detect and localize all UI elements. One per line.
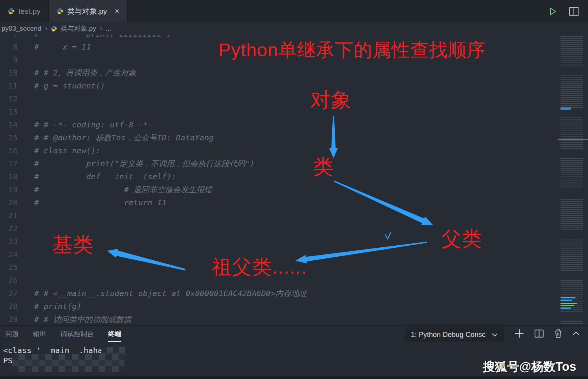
split-terminal-button[interactable] xyxy=(535,329,544,338)
line-number: 28 xyxy=(0,300,18,313)
line-number: 21 xyxy=(0,209,18,222)
python-icon xyxy=(57,8,63,15)
code-line[interactable]: 12 xyxy=(0,92,588,105)
code-text: # return 11 xyxy=(18,196,167,209)
line-number: 16 xyxy=(0,144,18,157)
code-text xyxy=(18,53,34,66)
line-number: 24 xyxy=(0,248,18,261)
code-editor[interactable]: 7# print('zzzzzzzzz')8# x = 11910# # 2、再… xyxy=(0,35,588,326)
window-edge xyxy=(0,376,588,379)
watermark: 搜狐号@杨数Tos xyxy=(483,359,576,375)
code-line[interactable]: 27# # <__main__.student object at 0x0000… xyxy=(0,287,588,300)
code-text: # # 2、再调用类，产生对象 xyxy=(18,66,136,79)
breadcrumb-folder[interactable]: py03_secend xyxy=(2,25,41,33)
breadcrumb: py03_secend › 类与对象.py › ... xyxy=(0,22,588,35)
maximize-panel-button[interactable] xyxy=(573,331,579,335)
terminal-selector-value: 1: Python Debug Consc xyxy=(411,331,485,339)
code-line[interactable]: 14# # -*- coding: utf-8 -*- xyxy=(0,118,588,131)
code-text: # # @author: 杨数Tos，公众号ID: DataYang xyxy=(18,131,214,144)
minimap-mark xyxy=(561,305,574,306)
line-number: 14 xyxy=(0,118,18,131)
code-text xyxy=(18,222,34,235)
split-editor-icon[interactable] xyxy=(569,7,579,16)
code-text: # # <__main__.student object at 0x000001… xyxy=(18,287,307,300)
minimap[interactable] xyxy=(558,35,588,326)
code-text: # class new(): xyxy=(18,144,101,157)
minimap-mark xyxy=(561,307,571,309)
code-line[interactable]: 20# return 11 xyxy=(0,196,588,209)
chevron-down-icon xyxy=(492,333,498,337)
kill-terminal-button[interactable] xyxy=(554,329,562,338)
code-line[interactable]: 21 xyxy=(0,209,588,222)
censored-mosaic xyxy=(12,354,125,372)
panel-tab-终端[interactable]: 终端 xyxy=(108,329,121,342)
line-number: 18 xyxy=(0,170,18,183)
code-line[interactable]: 29# # 访问类中的功能或数据 xyxy=(0,313,588,326)
line-number: 17 xyxy=(0,157,18,170)
code-line[interactable]: 22 xyxy=(0,222,588,235)
chevron-up-icon xyxy=(573,331,579,335)
code-line[interactable]: 18# def __init__(self): xyxy=(0,170,588,183)
code-line[interactable]: 9 xyxy=(0,53,588,66)
code-text: # def __init__(self): xyxy=(18,170,176,183)
code-line[interactable]: 11# g = student() xyxy=(0,79,588,92)
split-icon xyxy=(535,329,544,338)
code-text xyxy=(18,92,34,105)
tab-test-py[interactable]: test.py xyxy=(0,0,48,22)
play-icon xyxy=(548,7,557,16)
close-icon[interactable]: × xyxy=(115,7,119,16)
breadcrumb-file[interactable]: 类与对象.py xyxy=(60,24,96,33)
line-number: 12 xyxy=(0,92,18,105)
line-number: 7 xyxy=(0,35,18,40)
code-text: # print(g) xyxy=(18,300,81,313)
code-text xyxy=(18,248,34,261)
code-line[interactable]: 7# print('zzzzzzzzz') xyxy=(0,35,588,40)
line-number: 22 xyxy=(0,222,18,235)
line-number: 15 xyxy=(0,131,18,144)
python-icon xyxy=(8,8,15,15)
code-line[interactable]: 24 xyxy=(0,248,588,261)
tab-class-object-py[interactable]: 类与对象.py × xyxy=(48,0,128,22)
tab-bar: test.py 类与对象.py × xyxy=(0,0,588,22)
line-number: 25 xyxy=(0,261,18,274)
terminal-line1: <class '__main__.haha'> xyxy=(3,346,112,355)
code-text: # print("定义类，不调用，但会执行这段代码") xyxy=(18,157,255,170)
terminal-selector[interactable]: 1: Python Debug Consc xyxy=(405,327,504,342)
line-number: 9 xyxy=(0,53,18,66)
minimap-mark xyxy=(561,297,575,298)
panel-tab-问题[interactable]: 问题 xyxy=(5,329,19,342)
line-number: 26 xyxy=(0,274,18,287)
code-line[interactable]: 17# print("定义类，不调用，但会执行这段代码") xyxy=(0,157,588,170)
line-number: 10 xyxy=(0,66,18,79)
line-number: 11 xyxy=(0,79,18,92)
code-text xyxy=(18,235,34,248)
code-line[interactable]: 23 xyxy=(0,235,588,248)
code-text xyxy=(18,105,34,118)
code-text xyxy=(18,209,34,222)
line-number: 27 xyxy=(0,287,18,300)
run-button[interactable] xyxy=(548,7,557,16)
terminal-prompt: PS xyxy=(3,356,13,365)
code-line[interactable]: 26 xyxy=(0,274,588,287)
code-line[interactable]: 25 xyxy=(0,261,588,274)
line-number: 20 xyxy=(0,196,18,209)
code-text: # print('zzzzzzzzz') xyxy=(18,35,171,40)
code-line[interactable]: 8# x = 11 xyxy=(0,40,588,53)
panel-tab-调试控制台[interactable]: 调试控制台 xyxy=(60,329,94,342)
code-line[interactable]: 28# print(g) xyxy=(0,300,588,313)
panel-tab-输出[interactable]: 输出 xyxy=(33,329,46,342)
minimap-mark xyxy=(561,303,577,304)
new-terminal-button[interactable] xyxy=(515,329,524,338)
minimap-line-mark xyxy=(558,139,588,140)
censored-mosaic xyxy=(101,347,126,355)
code-line[interactable]: 13 xyxy=(0,105,588,118)
code-line[interactable]: 16# class new(): xyxy=(0,144,588,157)
code-text xyxy=(18,261,34,274)
breadcrumb-more[interactable]: ... xyxy=(106,25,111,33)
bottom-panel: 问题输出调试控制台终端 1: Python Debug Consc xyxy=(0,325,588,379)
code-lines: 7# print('zzzzzzzzz')8# x = 11910# # 2、再… xyxy=(0,35,588,326)
tab-label: test.py xyxy=(18,7,40,16)
code-line[interactable]: 15# # @author: 杨数Tos，公众号ID: DataYang xyxy=(0,131,588,144)
code-line[interactable]: 19# # 返回非空值会发生报错 xyxy=(0,183,588,196)
code-line[interactable]: 10# # 2、再调用类，产生对象 xyxy=(0,66,588,79)
